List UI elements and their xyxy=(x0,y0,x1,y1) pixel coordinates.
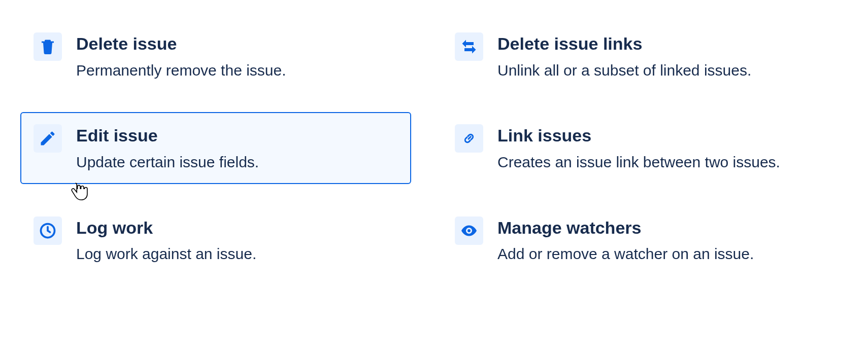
action-desc: Creates an issue link between two issues… xyxy=(497,152,780,173)
action-text: Delete issue links Unlink all or a subse… xyxy=(497,31,751,81)
action-grid: Delete issue Permanently remove the issu… xyxy=(20,20,832,276)
action-desc: Unlink all or a subset of linked issues. xyxy=(497,60,751,81)
action-link-issues[interactable]: Link issues Creates an issue link betwee… xyxy=(442,112,832,184)
action-delete-issue-links[interactable]: Delete issue links Unlink all or a subse… xyxy=(442,20,832,92)
trash-icon xyxy=(34,32,62,61)
action-desc: Update certain issue fields. xyxy=(76,152,259,173)
action-title: Link issues xyxy=(497,125,780,146)
action-edit-issue[interactable]: Edit issue Update certain issue fields. xyxy=(20,112,411,184)
action-title: Manage watchers xyxy=(497,218,754,238)
action-desc: Permanently remove the issue. xyxy=(76,60,286,81)
link-icon xyxy=(455,124,483,153)
action-desc: Log work against an issue. xyxy=(76,244,256,265)
action-title: Edit issue xyxy=(76,125,259,146)
action-manage-watchers[interactable]: Manage watchers Add or remove a watcher … xyxy=(442,204,832,276)
action-text: Manage watchers Add or remove a watcher … xyxy=(497,215,754,265)
action-delete-issue[interactable]: Delete issue Permanently remove the issu… xyxy=(20,20,411,92)
action-log-work[interactable]: Log work Log work against an issue. xyxy=(20,204,411,276)
eye-icon xyxy=(455,216,483,245)
action-desc: Add or remove a watcher on an issue. xyxy=(497,244,754,265)
action-text: Link issues Creates an issue link betwee… xyxy=(497,123,780,172)
clock-icon xyxy=(34,216,62,245)
action-title: Delete issue xyxy=(76,33,286,54)
swap-arrows-icon xyxy=(455,32,483,61)
action-text: Edit issue Update certain issue fields. xyxy=(76,123,259,172)
action-text: Delete issue Permanently remove the issu… xyxy=(76,31,286,81)
action-title: Delete issue links xyxy=(497,33,751,54)
action-text: Log work Log work against an issue. xyxy=(76,215,256,265)
action-title: Log work xyxy=(76,218,256,238)
cursor-pointer-icon xyxy=(67,179,89,203)
pencil-icon xyxy=(34,124,62,153)
